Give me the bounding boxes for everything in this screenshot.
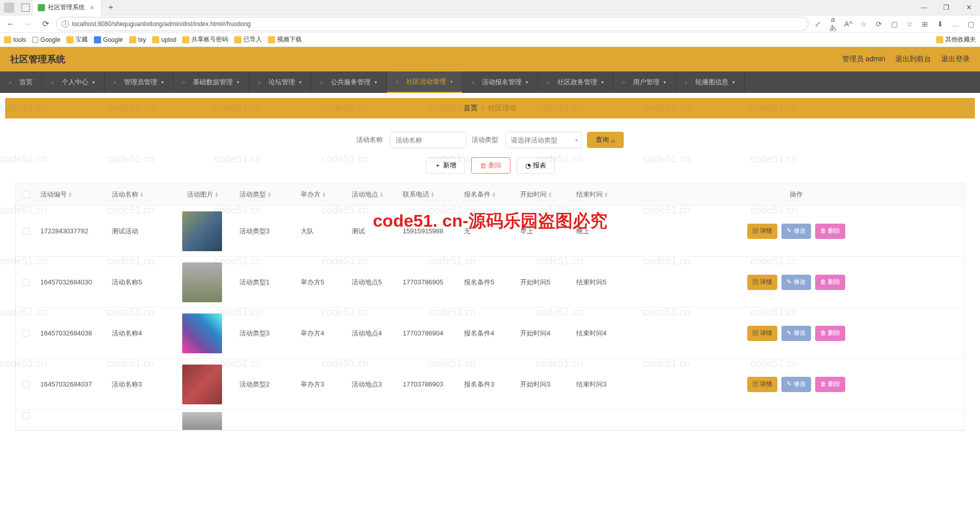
- admin-label[interactable]: 管理员 admin: [842, 55, 885, 64]
- activity-image[interactable]: [182, 412, 222, 430]
- activity-image[interactable]: [182, 262, 222, 302]
- bookmark-icon: [182, 36, 189, 43]
- report-button[interactable]: ◔报表: [517, 157, 555, 174]
- toolbar-icon[interactable]: ▢: [889, 20, 899, 28]
- nav-item[interactable]: ▫个人中心▾: [42, 71, 105, 93]
- bookmark-item[interactable]: 已导入: [234, 35, 262, 44]
- chevron-down-icon: ▾: [161, 80, 164, 85]
- column-header[interactable]: 活动类型▴▾: [235, 190, 297, 199]
- bookmark-icon: [32, 37, 38, 43]
- edit-button[interactable]: ✎ 修改: [781, 377, 811, 392]
- nav-item[interactable]: ▫活动报名管理▾: [462, 71, 538, 93]
- bookmark-icon: [152, 36, 159, 43]
- other-bookmarks[interactable]: 其他收藏夹: [936, 35, 976, 44]
- logout-link[interactable]: 退出登录: [941, 55, 970, 64]
- app-square-icon[interactable]: [21, 4, 30, 12]
- bookmark-item[interactable]: uplod: [152, 36, 176, 43]
- nav-item[interactable]: ▫基础数据管理▾: [174, 71, 249, 93]
- toolbar-icon[interactable]: ⤢: [813, 20, 823, 28]
- search-button[interactable]: 查询 ⌕: [587, 132, 624, 148]
- minimize-button[interactable]: —: [913, 0, 935, 15]
- detail-button[interactable]: ▤ 详情: [747, 224, 777, 239]
- back-button[interactable]: ←: [4, 17, 17, 31]
- row-delete-button[interactable]: 🗑 删除: [815, 275, 845, 290]
- nav-item[interactable]: ▫社区活动管理▾: [387, 71, 462, 93]
- sort-icon: ▴▾: [549, 191, 551, 198]
- window-controls: — ❐ ✕: [913, 0, 980, 15]
- column-header[interactable]: 报名条件▴▾: [460, 190, 516, 199]
- row-delete-button[interactable]: 🗑 删除: [815, 377, 845, 392]
- detail-button[interactable]: ▤ 详情: [747, 275, 777, 290]
- column-header[interactable]: 结束时间▴▾: [572, 190, 628, 199]
- bookmark-item[interactable]: tools: [4, 36, 26, 43]
- bookmark-item[interactable]: 共享账号密码: [182, 35, 228, 44]
- toolbar-icon[interactable]: ⊞: [920, 20, 930, 28]
- nav-item[interactable]: ▫轮播图信息▾: [676, 71, 745, 93]
- column-header[interactable]: 联系电话▴▾: [399, 190, 460, 199]
- column-header[interactable]: 开始时间▴▾: [516, 190, 572, 199]
- select-all-checkbox[interactable]: [22, 191, 30, 198]
- column-header[interactable]: 活动图片▴▾: [169, 190, 235, 199]
- bookmark-icon: [94, 36, 101, 43]
- activity-image[interactable]: [182, 313, 222, 353]
- address-bar[interactable]: i localhost:8080/shequguanlixitong/admin…: [56, 17, 808, 31]
- new-tab-button[interactable]: ＋: [102, 2, 120, 13]
- edit-button[interactable]: ✎ 修改: [781, 275, 811, 290]
- bookmark-item[interactable]: 宝藏: [66, 35, 88, 44]
- column-header[interactable]: 操作: [628, 190, 964, 199]
- cell-start: 开始时间4: [516, 329, 572, 338]
- name-input[interactable]: [390, 132, 467, 148]
- profile-icon[interactable]: [4, 3, 14, 13]
- nav-item[interactable]: ▫社区政务管理▾: [538, 71, 614, 93]
- refresh-button[interactable]: ⟳: [39, 17, 52, 31]
- toolbar-icon[interactable]: aあ: [828, 15, 838, 33]
- type-select[interactable]: [505, 132, 582, 148]
- tab-close-button[interactable]: ×: [88, 4, 96, 12]
- row-checkbox[interactable]: [22, 412, 30, 419]
- row-checkbox[interactable]: [22, 279, 30, 286]
- column-header[interactable]: 活动地点▴▾: [348, 190, 399, 199]
- detail-button[interactable]: ▤ 详情: [747, 377, 777, 392]
- exit-to-front-link[interactable]: 退出到前台: [895, 55, 931, 64]
- toolbar-icon[interactable]: ☆: [859, 20, 869, 28]
- toolbar-icon[interactable]: ⟳: [874, 20, 884, 28]
- maximize-button[interactable]: ❐: [935, 0, 958, 15]
- row-delete-button[interactable]: 🗑 删除: [815, 224, 845, 239]
- toolbar-icon[interactable]: ⬇: [935, 20, 945, 28]
- sort-icon: ▴▾: [605, 191, 607, 198]
- bookmark-item[interactable]: Google: [94, 36, 123, 43]
- column-header[interactable]: 活动编号▴▾: [36, 190, 108, 199]
- nav-item[interactable]: ▫管理员管理▾: [105, 71, 174, 93]
- nav-item[interactable]: ▫用户管理▾: [614, 71, 676, 93]
- activity-image[interactable]: [182, 211, 222, 251]
- breadcrumb-home[interactable]: 首页: [463, 104, 478, 113]
- row-checkbox[interactable]: [22, 228, 30, 235]
- sort-icon: ▴▾: [268, 191, 271, 198]
- row-checkbox[interactable]: [22, 330, 30, 337]
- add-button[interactable]: ＋新增: [426, 157, 465, 174]
- toolbar-icon[interactable]: ☆: [904, 20, 915, 28]
- url-text: localhost:8080/shequguanlixitong/admin/d…: [72, 20, 251, 28]
- bookmark-item[interactable]: Google: [32, 36, 60, 43]
- bookmark-item[interactable]: txy: [129, 36, 146, 43]
- delete-button[interactable]: 🗑删除: [471, 157, 510, 174]
- nav-item[interactable]: ▫首页: [0, 71, 42, 93]
- toolbar-icon[interactable]: A^: [843, 20, 853, 28]
- row-delete-button[interactable]: 🗑 删除: [815, 326, 845, 341]
- edit-button[interactable]: ✎ 修改: [781, 224, 811, 239]
- bookmark-item[interactable]: 视频下载: [268, 35, 302, 44]
- close-button[interactable]: ✕: [958, 0, 980, 15]
- column-header[interactable]: 活动名称▴▾: [108, 190, 169, 199]
- edit-button[interactable]: ✎ 修改: [781, 326, 811, 341]
- activity-image[interactable]: [182, 365, 222, 404]
- detail-button[interactable]: ▤ 详情: [747, 326, 777, 341]
- nav-item[interactable]: ▫论坛管理▾: [249, 71, 311, 93]
- nav-item[interactable]: ▫公共服务管理▾: [311, 71, 387, 93]
- browser-tab[interactable]: 社区管理系统 ×: [33, 0, 102, 15]
- forward-button[interactable]: →: [21, 17, 35, 31]
- toolbar-icon[interactable]: …: [950, 20, 961, 28]
- toolbar-icon[interactable]: ▢: [966, 20, 976, 28]
- row-checkbox[interactable]: [22, 381, 30, 388]
- column-header[interactable]: 举办方▴▾: [297, 190, 348, 199]
- site-info-icon[interactable]: i: [62, 20, 69, 28]
